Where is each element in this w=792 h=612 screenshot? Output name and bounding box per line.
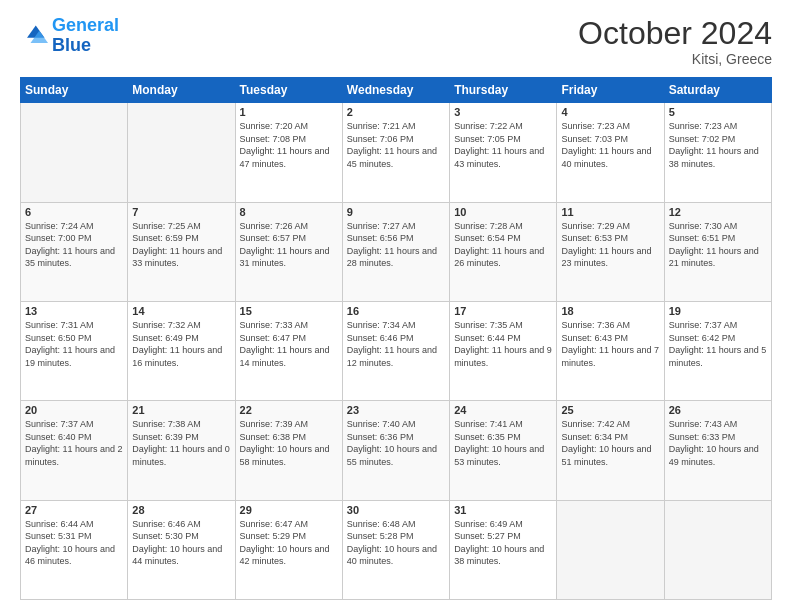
calendar-cell: 10Sunrise: 7:28 AM Sunset: 6:54 PM Dayli… [450,202,557,301]
day-info: Sunrise: 7:23 AM Sunset: 7:02 PM Dayligh… [669,120,767,170]
day-number: 30 [347,504,445,516]
day-info: Sunrise: 7:38 AM Sunset: 6:39 PM Dayligh… [132,418,230,468]
calendar-cell: 16Sunrise: 7:34 AM Sunset: 6:46 PM Dayli… [342,301,449,400]
calendar-cell [21,103,128,202]
calendar-cell: 15Sunrise: 7:33 AM Sunset: 6:47 PM Dayli… [235,301,342,400]
day-info: Sunrise: 7:40 AM Sunset: 6:36 PM Dayligh… [347,418,445,468]
day-info: Sunrise: 7:36 AM Sunset: 6:43 PM Dayligh… [561,319,659,369]
calendar-page: General Blue October 2024 Kitsi, Greece … [0,0,792,612]
title-block: October 2024 Kitsi, Greece [578,16,772,67]
day-info: Sunrise: 7:37 AM Sunset: 6:40 PM Dayligh… [25,418,123,468]
calendar-cell: 28Sunrise: 6:46 AM Sunset: 5:30 PM Dayli… [128,500,235,599]
calendar-cell: 3Sunrise: 7:22 AM Sunset: 7:05 PM Daylig… [450,103,557,202]
logo: General Blue [20,16,119,56]
day-number: 17 [454,305,552,317]
day-info: Sunrise: 7:29 AM Sunset: 6:53 PM Dayligh… [561,220,659,270]
day-number: 6 [25,206,123,218]
month-title: October 2024 [578,16,772,51]
day-info: Sunrise: 7:30 AM Sunset: 6:51 PM Dayligh… [669,220,767,270]
calendar-cell: 7Sunrise: 7:25 AM Sunset: 6:59 PM Daylig… [128,202,235,301]
calendar-cell: 9Sunrise: 7:27 AM Sunset: 6:56 PM Daylig… [342,202,449,301]
day-number: 14 [132,305,230,317]
day-number: 8 [240,206,338,218]
day-number: 29 [240,504,338,516]
calendar-cell: 5Sunrise: 7:23 AM Sunset: 7:02 PM Daylig… [664,103,771,202]
day-info: Sunrise: 7:24 AM Sunset: 7:00 PM Dayligh… [25,220,123,270]
calendar-cell: 31Sunrise: 6:49 AM Sunset: 5:27 PM Dayli… [450,500,557,599]
day-number: 4 [561,106,659,118]
logo-line1: General [52,15,119,35]
weekday-tuesday: Tuesday [235,78,342,103]
day-number: 20 [25,404,123,416]
day-info: Sunrise: 7:31 AM Sunset: 6:50 PM Dayligh… [25,319,123,369]
day-number: 22 [240,404,338,416]
day-number: 26 [669,404,767,416]
calendar-cell [557,500,664,599]
day-number: 11 [561,206,659,218]
day-info: Sunrise: 7:26 AM Sunset: 6:57 PM Dayligh… [240,220,338,270]
calendar-week-row: 1Sunrise: 7:20 AM Sunset: 7:08 PM Daylig… [21,103,772,202]
calendar-cell: 13Sunrise: 7:31 AM Sunset: 6:50 PM Dayli… [21,301,128,400]
day-number: 7 [132,206,230,218]
calendar-cell: 4Sunrise: 7:23 AM Sunset: 7:03 PM Daylig… [557,103,664,202]
day-info: Sunrise: 7:21 AM Sunset: 7:06 PM Dayligh… [347,120,445,170]
calendar-cell: 18Sunrise: 7:36 AM Sunset: 6:43 PM Dayli… [557,301,664,400]
calendar-week-row: 27Sunrise: 6:44 AM Sunset: 5:31 PM Dayli… [21,500,772,599]
weekday-sunday: Sunday [21,78,128,103]
day-info: Sunrise: 7:27 AM Sunset: 6:56 PM Dayligh… [347,220,445,270]
calendar-cell [664,500,771,599]
day-info: Sunrise: 6:47 AM Sunset: 5:29 PM Dayligh… [240,518,338,568]
day-number: 12 [669,206,767,218]
calendar-cell: 30Sunrise: 6:48 AM Sunset: 5:28 PM Dayli… [342,500,449,599]
calendar-cell [128,103,235,202]
day-number: 19 [669,305,767,317]
day-info: Sunrise: 6:44 AM Sunset: 5:31 PM Dayligh… [25,518,123,568]
calendar-table: SundayMondayTuesdayWednesdayThursdayFrid… [20,77,772,600]
calendar-week-row: 13Sunrise: 7:31 AM Sunset: 6:50 PM Dayli… [21,301,772,400]
day-number: 15 [240,305,338,317]
day-info: Sunrise: 7:28 AM Sunset: 6:54 PM Dayligh… [454,220,552,270]
weekday-friday: Friday [557,78,664,103]
calendar-cell: 17Sunrise: 7:35 AM Sunset: 6:44 PM Dayli… [450,301,557,400]
calendar-cell: 1Sunrise: 7:20 AM Sunset: 7:08 PM Daylig… [235,103,342,202]
calendar-cell: 2Sunrise: 7:21 AM Sunset: 7:06 PM Daylig… [342,103,449,202]
weekday-wednesday: Wednesday [342,78,449,103]
day-info: Sunrise: 7:20 AM Sunset: 7:08 PM Dayligh… [240,120,338,170]
calendar-cell: 26Sunrise: 7:43 AM Sunset: 6:33 PM Dayli… [664,401,771,500]
logo-text: General Blue [52,16,119,56]
day-info: Sunrise: 7:39 AM Sunset: 6:38 PM Dayligh… [240,418,338,468]
calendar-cell: 21Sunrise: 7:38 AM Sunset: 6:39 PM Dayli… [128,401,235,500]
calendar-cell: 22Sunrise: 7:39 AM Sunset: 6:38 PM Dayli… [235,401,342,500]
day-info: Sunrise: 7:34 AM Sunset: 6:46 PM Dayligh… [347,319,445,369]
day-number: 28 [132,504,230,516]
calendar-cell: 12Sunrise: 7:30 AM Sunset: 6:51 PM Dayli… [664,202,771,301]
weekday-thursday: Thursday [450,78,557,103]
calendar-cell: 19Sunrise: 7:37 AM Sunset: 6:42 PM Dayli… [664,301,771,400]
day-info: Sunrise: 7:33 AM Sunset: 6:47 PM Dayligh… [240,319,338,369]
day-number: 5 [669,106,767,118]
calendar-cell: 11Sunrise: 7:29 AM Sunset: 6:53 PM Dayli… [557,202,664,301]
day-number: 9 [347,206,445,218]
day-number: 10 [454,206,552,218]
calendar-cell: 24Sunrise: 7:41 AM Sunset: 6:35 PM Dayli… [450,401,557,500]
day-number: 18 [561,305,659,317]
calendar-cell: 29Sunrise: 6:47 AM Sunset: 5:29 PM Dayli… [235,500,342,599]
day-number: 21 [132,404,230,416]
logo-line2: Blue [52,35,91,55]
calendar-cell: 25Sunrise: 7:42 AM Sunset: 6:34 PM Dayli… [557,401,664,500]
day-number: 25 [561,404,659,416]
day-info: Sunrise: 7:41 AM Sunset: 6:35 PM Dayligh… [454,418,552,468]
day-info: Sunrise: 7:43 AM Sunset: 6:33 PM Dayligh… [669,418,767,468]
calendar-cell: 27Sunrise: 6:44 AM Sunset: 5:31 PM Dayli… [21,500,128,599]
page-header: General Blue October 2024 Kitsi, Greece [20,16,772,67]
day-number: 31 [454,504,552,516]
day-number: 16 [347,305,445,317]
day-info: Sunrise: 7:37 AM Sunset: 6:42 PM Dayligh… [669,319,767,369]
day-number: 1 [240,106,338,118]
calendar-cell: 23Sunrise: 7:40 AM Sunset: 6:36 PM Dayli… [342,401,449,500]
day-number: 13 [25,305,123,317]
weekday-monday: Monday [128,78,235,103]
weekday-saturday: Saturday [664,78,771,103]
logo-icon [20,22,48,50]
calendar-cell: 8Sunrise: 7:26 AM Sunset: 6:57 PM Daylig… [235,202,342,301]
